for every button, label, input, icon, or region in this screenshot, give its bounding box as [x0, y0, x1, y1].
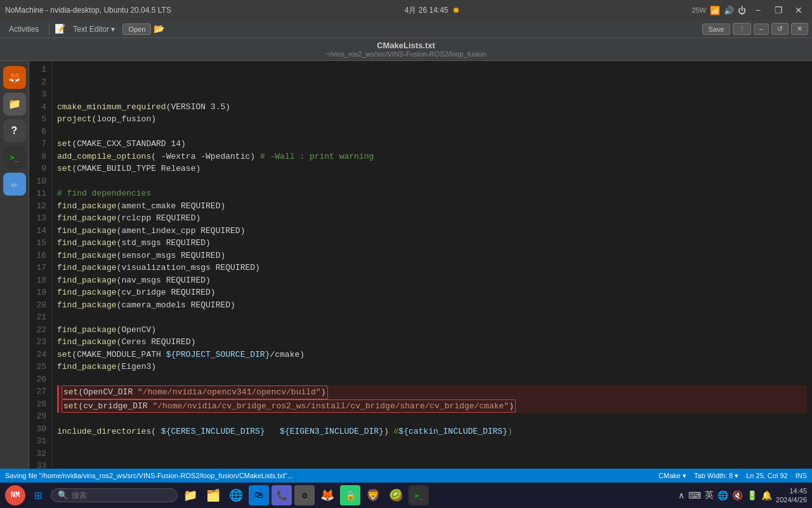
volume-icon: 🔊: [724, 6, 734, 15]
minimize-button[interactable]: −: [750, 4, 766, 17]
open-button[interactable]: Open: [122, 23, 151, 35]
tab-width-indicator[interactable]: Tab Width: 8 ▾: [694, 472, 738, 480]
title-bar: NoMachine - nvidia-desktop, Ubuntu 20.04…: [0, 0, 812, 20]
title-bar-left: NoMachine - nvidia-desktop, Ubuntu 20.04…: [5, 6, 171, 15]
clock-date: 2024/4/26: [776, 495, 807, 504]
title-bar-right: 25W 📶 🔊 ⏻ − ❐ ✕: [691, 4, 807, 17]
tray-up-icon[interactable]: ∧: [678, 490, 684, 500]
sidebar: 🦊 📁 ? >_ ✏: [0, 61, 29, 469]
file-info-bar: CMakeLists.txt ~/vins_ros2_ws/src/VINS-F…: [0, 38, 812, 61]
cmake-indicator[interactable]: CMake ▾: [658, 472, 686, 480]
taskbar-folder-icon[interactable]: 🗂️: [203, 485, 223, 505]
menu-dots-button[interactable]: ⋮: [733, 23, 751, 35]
tray-keyboard-icon[interactable]: ⌨: [688, 490, 701, 500]
taskbar-settings-icon[interactable]: ⚙: [294, 485, 315, 505]
taskbar-vpn-icon[interactable]: 🔒: [340, 485, 360, 505]
save-button[interactable]: Save: [702, 23, 730, 35]
activities-menu[interactable]: Activities: [4, 23, 44, 35]
search-input[interactable]: [72, 491, 154, 500]
sidebar-icon-terminal[interactable]: >_: [3, 146, 26, 169]
power-icon: ⏻: [738, 6, 746, 15]
taskbar-files-icon[interactable]: 📁: [180, 485, 200, 505]
code-editor[interactable]: 1234567891011121314151617181920212223242…: [29, 61, 812, 469]
battery-indicator: 25W: [691, 6, 706, 14]
main-area: 🦊 📁 ? >_ ✏ 12345678910111213141516171819…: [0, 61, 812, 469]
file-path: ~/vins_ros2_ws/src/VINS-Fusion-ROS2/loop…: [326, 50, 486, 58]
clock: 14:45 2024/4/26: [776, 486, 807, 505]
ln-col-indicator: Ln 25, Col 92: [746, 472, 787, 479]
tray-battery-icon[interactable]: 🔋: [747, 490, 757, 500]
maximize-button[interactable]: ❐: [770, 4, 787, 17]
wifi-icon: 📶: [710, 6, 720, 15]
taskbar-windows-key[interactable]: ⊞: [28, 485, 48, 505]
code-lines: cmake_minimum_required(VERSION 3.5)proje…: [52, 61, 812, 469]
minus-button[interactable]: −: [754, 23, 769, 35]
status-bar: Saving file "/home/nvidia/vins_ros2_ws/s…: [0, 469, 812, 483]
close-button[interactable]: ✕: [790, 4, 807, 17]
close-editor-button[interactable]: ✕: [791, 23, 808, 35]
search-bar[interactable]: 🔍: [51, 488, 178, 502]
tray-lang-icon[interactable]: 英: [705, 490, 714, 501]
sidebar-icon-files[interactable]: 📁: [3, 93, 26, 116]
tray-mute-icon[interactable]: 🔇: [732, 490, 743, 500]
taskbar-brave-icon[interactable]: 🦁: [363, 485, 383, 505]
search-icon: 🔍: [58, 490, 68, 500]
taskbar-edge-icon[interactable]: 🌐: [226, 485, 246, 505]
text-editor-icon: 📝: [55, 23, 65, 34]
title-bar-center: 4月 26 14:45: [405, 5, 459, 16]
taskbar-teams-icon[interactable]: 📞: [272, 485, 292, 505]
refresh-button[interactable]: ↺: [771, 23, 789, 35]
taskbar-kiwi-icon[interactable]: 🥝: [386, 485, 406, 505]
status-saving-msg: Saving file "/home/nvidia/vins_ros2_ws/s…: [5, 472, 293, 479]
dot-indicator: [454, 8, 459, 13]
line-numbers: 1234567891011121314151617181920212223242…: [29, 61, 52, 469]
taskbar-firefox-icon[interactable]: 🦊: [317, 485, 337, 505]
menu-bar: Activities 📝 Text Editor ▾ Open 📂 Save ⋮…: [0, 20, 812, 38]
taskbar-nm-icon[interactable]: NM: [5, 485, 25, 505]
folder-icon: 📂: [154, 23, 164, 34]
sidebar-icon-editor[interactable]: ✏: [3, 173, 26, 196]
ins-indicator: INS: [796, 472, 807, 479]
tray-bell-icon[interactable]: 🔔: [761, 490, 772, 500]
taskbar: NM ⊞ 🔍 📁 🗂️ 🌐 🛍 📞 ⚙ 🦊 🔒 🦁 🥝 >_ ∧ ⌨ 英 🌐 🔇…: [0, 483, 812, 508]
clock-time: 14:45: [776, 486, 807, 495]
title-bar-title: NoMachine - nvidia-desktop, Ubuntu 20.04…: [5, 6, 171, 15]
tray-network-icon[interactable]: 🌐: [717, 490, 728, 500]
sidebar-icon-help[interactable]: ?: [3, 119, 26, 142]
menu-separator: [49, 24, 49, 34]
taskbar-terminal-icon[interactable]: >_: [409, 485, 429, 505]
code-container: 1234567891011121314151617181920212223242…: [29, 61, 812, 469]
sidebar-icon-firefox[interactable]: 🦊: [3, 66, 26, 89]
status-right: CMake ▾ Tab Width: 8 ▾ Ln 25, Col 92 INS: [658, 472, 807, 480]
file-name: CMakeLists.txt: [377, 41, 435, 50]
taskbar-right: ∧ ⌨ 英 🌐 🔇 🔋 🔔 14:45 2024/4/26: [678, 486, 807, 505]
taskbar-store-icon[interactable]: 🛍: [249, 485, 269, 505]
title-datetime: 4月 26 14:45: [405, 5, 449, 16]
text-editor-menu[interactable]: Text Editor ▾: [68, 23, 120, 35]
